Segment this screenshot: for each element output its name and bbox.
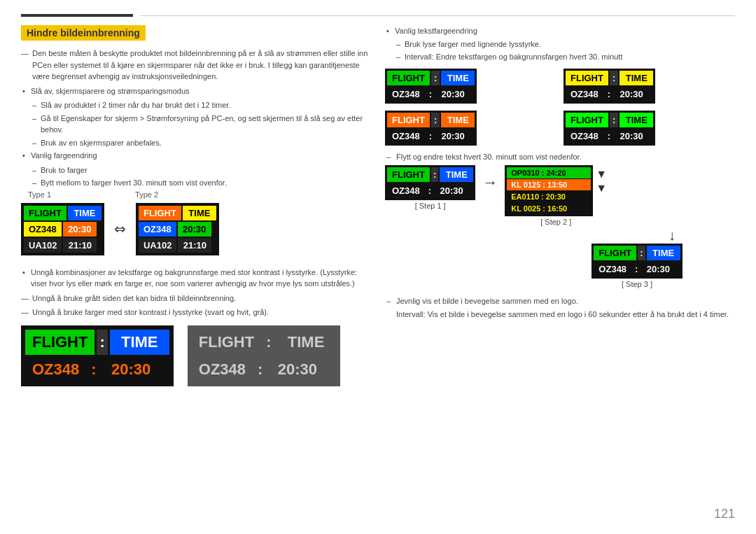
step1-label: [ Step 1 ]: [415, 202, 446, 210]
s1-2030: 20:30: [435, 183, 468, 198]
sb-tl-time: TIME: [441, 71, 475, 85]
top-line-light: [140, 15, 735, 16]
s3-2030: 20:30: [641, 262, 675, 276]
board-type1: FLIGHT TIME OZ348 20:30 UA102 21:10: [21, 203, 104, 255]
sb-mr-oz: OZ348: [566, 129, 603, 143]
step-section: FLIGHT : TIME OZ348 : 20:30 [ Step 1 ]: [385, 165, 735, 320]
small-board-tl: FLIGHT : TIME OZ348 : 20:30: [385, 69, 477, 104]
down-arrows: ▼ ▼: [596, 168, 607, 195]
board1-ua102: UA102: [24, 238, 62, 253]
board2-oz348: OZ348: [139, 222, 176, 237]
em1-text: Unngå å bruke grått siden det kan bidra …: [21, 293, 371, 304]
s1-oz: OZ348: [387, 183, 425, 198]
board2-2030: 20:30: [178, 222, 211, 237]
sb-tr-flight: FLIGHT: [566, 71, 608, 85]
sub-1-2: Gå til Egenskaper for skjerm > Strømfors…: [21, 113, 371, 136]
sub-1-1: Slå av produktet i 2 timer når du har br…: [21, 99, 371, 111]
sb-ml-2030: 20:30: [436, 129, 470, 143]
sub-1-3: Bruk av en skjermsparer anbefales.: [21, 137, 371, 149]
down-arrow-step3: ↓: [668, 227, 676, 244]
step2-area: OP0310 : 24:20 KL 0125 : 13:50 EA0110 : …: [505, 165, 607, 226]
type1-label: Type 1: [28, 190, 51, 199]
bbl2-2030: 20:30: [267, 357, 327, 382]
sb-tl-colon2: :: [426, 87, 435, 101]
sb-tl-flight: FLIGHT: [387, 71, 430, 85]
sb-ml-colon: :: [431, 113, 440, 127]
bbl2-flight: FLIGHT: [192, 330, 261, 355]
s1-time: TIME: [440, 167, 473, 182]
bottom-boards: FLIGHT : TIME OZ348 : 20:30 FLIGHT :: [21, 325, 371, 386]
small-board-ml: FLIGHT : TIME OZ348 : 20:30: [385, 111, 477, 146]
board2-flight: FLIGHT: [139, 206, 181, 220]
down-arrow-1: ▼: [596, 168, 607, 181]
s1-flight: FLIGHT: [387, 167, 430, 182]
right-column: Vanlig tekstfargeendring Bruk lyse farge…: [385, 25, 735, 520]
s3-flight: FLIGHT: [594, 246, 636, 260]
page-number: 121: [714, 507, 735, 521]
sb-mr-colon2: :: [605, 129, 613, 143]
type-labels: Type 1 Type 2: [28, 190, 371, 199]
step3-area: FLIGHT : TIME OZ348 : 20:30 [ Step 3 ]: [539, 244, 735, 288]
sb-tr-2030: 20:30: [615, 87, 648, 101]
sb-ml-flight: FLIGHT: [387, 113, 430, 127]
step1-area: FLIGHT : TIME OZ348 : 20:30 [ Step 1 ]: [385, 165, 475, 210]
board1-2110: 21:10: [63, 238, 97, 253]
sb-ml-colon2: :: [426, 129, 435, 143]
bbl2-colon2: :: [255, 357, 265, 382]
bbl2-colon: :: [263, 330, 274, 355]
s3-oz: OZ348: [594, 262, 631, 276]
top-divider: [21, 14, 735, 17]
small-boards-grid: FLIGHT : TIME OZ348 : 20:30 FLIGHT :: [385, 69, 735, 146]
step2-label: [ Step 2 ]: [540, 218, 571, 226]
right-sub-2: Intervall: Endre tekstfargen og bakgrunn…: [385, 51, 735, 63]
s2-row1: OP0310 : 24:20: [507, 167, 591, 178]
bbl1-colon: :: [97, 330, 107, 355]
sb-mr-colon: :: [610, 113, 618, 127]
flight-boards-comparison: FLIGHT TIME OZ348 20:30 UA102 21:10 ⇔: [21, 203, 371, 255]
sb-tr-oz: OZ348: [566, 87, 603, 101]
em2-text: Unngå å bruke farger med stor kontrast i…: [21, 307, 371, 318]
bbl2-oz348: OZ348: [192, 357, 253, 382]
s2-row2: KL 0125 : 13:50: [507, 179, 591, 190]
board-type2: FLIGHT TIME OZ348 20:30 UA102 21:10: [136, 203, 219, 255]
sb-tr-colon2: :: [605, 87, 613, 101]
sb-tl-2030: 20:30: [436, 87, 470, 101]
bottom-board-1: FLIGHT : TIME OZ348 : 20:30: [21, 325, 174, 386]
board2-2110: 21:10: [178, 238, 211, 253]
avoid-text: Unngå kombinasjoner av tekstfarge og bak…: [21, 267, 371, 290]
step3-label: [ Step 3 ]: [622, 280, 652, 288]
sb-tr-colon: :: [610, 71, 618, 85]
step3-board: FLIGHT : TIME OZ348 : 20:30: [592, 244, 682, 279]
sb-mr-flight: FLIGHT: [566, 113, 608, 127]
step1-board: FLIGHT : TIME OZ348 : 20:30: [385, 165, 475, 200]
small-board-mr: FLIGHT : TIME OZ348 : 20:30: [564, 111, 655, 146]
board2-ua102: UA102: [139, 238, 176, 253]
left-column: Hindre bildeinnbrenning Den beste måten …: [21, 25, 371, 520]
section-heading: Hindre bildeinnbrenning: [21, 25, 146, 41]
bottom-board-2: FLIGHT : TIME OZ348 : 20:30: [188, 325, 340, 386]
top-line-dark: [21, 14, 133, 17]
intro-text: Den beste måten å beskytte produktet mot…: [21, 48, 371, 83]
vanlig-text: Vanlig tekstfargeendring: [385, 25, 735, 37]
bbl2-time: TIME: [276, 330, 336, 355]
step2-board: OP0310 : 24:20 KL 0125 : 13:50 EA0110 : …: [505, 165, 593, 216]
swap-arrow-icon: ⇔: [114, 220, 126, 237]
sb-ml-time: TIME: [441, 113, 475, 127]
s3-time: TIME: [647, 246, 680, 260]
sb-mr-time: TIME: [620, 113, 653, 127]
sb-mr-2030: 20:30: [615, 129, 648, 143]
type2-label: Type 2: [135, 190, 158, 199]
board1-time: TIME: [68, 206, 102, 220]
bullet-1: Slå av, skjermsparere og strømsparingsmo…: [21, 85, 371, 97]
sb-tr-time: TIME: [620, 71, 653, 85]
sb-tl-colon: :: [431, 71, 440, 85]
bbl1-time: TIME: [110, 330, 169, 355]
sb-ml-oz: OZ348: [387, 129, 425, 143]
sub-2-2: Bytt mellom to farger hvert 30. minutt s…: [21, 177, 371, 189]
right-sub-1: Bruk lyse farger med lignende lysstyrke.: [385, 38, 735, 50]
bullet-2: Vanlig fargeendring: [21, 150, 371, 162]
arrow-step2-3-area: ↓: [609, 227, 735, 244]
sb-tl-oz: OZ348: [387, 87, 425, 101]
jevnlig-text: Jevnlig vis et bilde i bevegelse sammen …: [385, 295, 735, 307]
down-arrow-2: ▼: [596, 182, 607, 195]
